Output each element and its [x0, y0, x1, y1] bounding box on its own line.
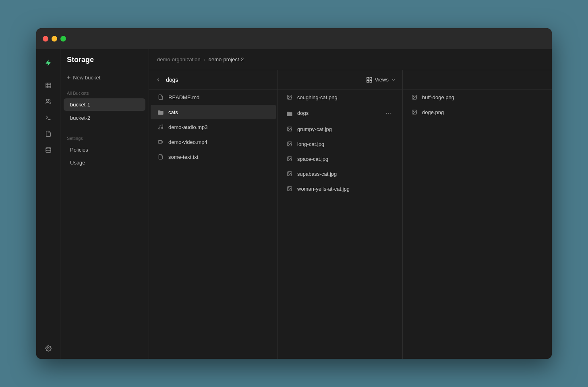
- policies-item[interactable]: Policies: [64, 144, 145, 156]
- file-item-woman-yells-cat[interactable]: woman-yells-at-cat.jpg: [280, 181, 401, 196]
- file-item-cats[interactable]: cats: [151, 105, 276, 119]
- sidebar-terminal-icon[interactable]: [41, 110, 56, 125]
- image-icon-supabass-cat: [286, 170, 293, 177]
- file-item-space-cat[interactable]: space-cat.jpg: [280, 152, 401, 166]
- left-panel: Storage + New bucket All Buckets bucket-…: [60, 49, 149, 359]
- left-panel-title: Storage: [67, 56, 94, 64]
- svg-point-29: [413, 96, 414, 97]
- svg-rect-0: [46, 83, 51, 88]
- audio-icon: [157, 123, 164, 131]
- pane-title: dogs: [166, 77, 178, 83]
- all-buckets-label: All Buckets: [60, 87, 149, 98]
- settings-label: Settings: [60, 133, 149, 143]
- file-item-readme[interactable]: README.md: [151, 90, 276, 104]
- maximize-button[interactable]: [60, 36, 66, 42]
- breadcrumb-org[interactable]: demo-organization: [157, 56, 201, 62]
- views-button[interactable]: Views: [366, 77, 396, 83]
- close-button[interactable]: [43, 36, 48, 42]
- sidebar-database-icon[interactable]: [41, 143, 56, 157]
- svg-point-21: [288, 143, 289, 144]
- breadcrumb: demo-organization › demo-project-2: [149, 49, 552, 70]
- file-name-video: demo-video.mp4: [168, 139, 269, 145]
- svg-point-27: [288, 187, 289, 188]
- titlebar: [36, 28, 552, 49]
- bucket-item-2[interactable]: bucket-2: [64, 112, 145, 124]
- file-name-readme: README.md: [168, 94, 269, 100]
- image-icon-doge: [411, 108, 418, 116]
- logo-bolt[interactable]: [41, 56, 56, 70]
- svg-point-7: [48, 347, 49, 349]
- svg-rect-12: [367, 77, 369, 79]
- file-name-space-cat: space-cat.jpg: [297, 156, 394, 162]
- image-icon-woman-yells-cat: [286, 185, 293, 192]
- file-item-text[interactable]: some-text.txt: [151, 150, 276, 164]
- file-name-audio: demo-audio.mp3: [168, 124, 269, 130]
- sidebar-document-icon[interactable]: [41, 127, 56, 141]
- image-icon-coughing-cat: [286, 94, 293, 101]
- svg-point-19: [288, 128, 289, 129]
- file-item-long-cat[interactable]: long-cat.jpg: [280, 137, 401, 151]
- svg-rect-13: [370, 77, 372, 79]
- file-item-coughing-cat[interactable]: coughing-cat.png: [280, 90, 401, 104]
- file-item-doge[interactable]: doge.png: [404, 105, 550, 119]
- file-name-text: some-text.txt: [168, 154, 269, 160]
- video-icon: [157, 138, 164, 146]
- folder-icon-dogs: [286, 110, 293, 117]
- file-name-dogs-folder: dogs: [297, 110, 308, 116]
- text-icon: [157, 153, 164, 160]
- image-icon-buff-doge: [411, 94, 418, 101]
- file-item-video[interactable]: demo-video.mp4: [151, 135, 276, 149]
- svg-point-23: [288, 158, 289, 158]
- svg-rect-14: [367, 80, 369, 82]
- svg-point-8: [159, 128, 160, 129]
- plus-icon: +: [67, 74, 70, 81]
- file-name-buff-doge: buff-doge.png: [422, 94, 544, 100]
- svg-point-9: [161, 127, 163, 129]
- file-item-audio[interactable]: demo-audio.mp3: [151, 120, 276, 134]
- new-bucket-button[interactable]: + New bucket: [60, 71, 149, 84]
- file-item-buff-doge[interactable]: buff-doge.png: [404, 90, 550, 104]
- context-menu-button[interactable]: ⋯: [383, 108, 394, 118]
- settings-section: Settings Policies Usage: [60, 133, 149, 169]
- main-content: demo-organization › demo-project-2 dogs: [149, 49, 552, 359]
- new-bucket-label: New bucket: [73, 75, 100, 81]
- breadcrumb-project[interactable]: demo-project-2: [209, 56, 244, 62]
- file-name-woman-yells-cat: woman-yells-at-cat.jpg: [297, 186, 394, 192]
- file-pane-2: Views: [278, 70, 403, 359]
- file-list-2: coughing-cat.png dogs: [278, 89, 402, 359]
- sidebar-settings-icon[interactable]: [41, 341, 56, 356]
- back-button[interactable]: [155, 77, 161, 83]
- svg-point-17: [288, 96, 289, 97]
- minimize-button[interactable]: [52, 36, 57, 42]
- bucket-item-1[interactable]: bucket-1: [64, 98, 145, 111]
- file-name-cats: cats: [168, 109, 269, 115]
- app-window: Storage + New bucket All Buckets bucket-…: [36, 28, 552, 359]
- file-pane-3: buff-doge.png doge.png: [403, 70, 552, 359]
- sidebar-users-icon[interactable]: [41, 94, 56, 109]
- sidebar-table-icon[interactable]: [41, 78, 56, 93]
- file-name-coughing-cat: coughing-cat.png: [297, 94, 394, 100]
- file-pane-header: dogs: [149, 70, 277, 89]
- file-name-grumpy-cat: grumpy-cat.jpg: [297, 126, 394, 132]
- svg-rect-10: [158, 141, 162, 144]
- file-list-1: README.md cats: [149, 89, 277, 359]
- file-icon-readme: [157, 94, 164, 101]
- svg-rect-15: [370, 80, 372, 82]
- views-label: Views: [375, 77, 389, 83]
- file-list-3: buff-doge.png doge.png: [403, 89, 552, 359]
- file-name-long-cat: long-cat.jpg: [297, 141, 394, 147]
- image-icon-long-cat: [286, 140, 293, 148]
- file-item-dogs-folder[interactable]: dogs ⋯: [280, 105, 401, 121]
- file-item-grumpy-cat[interactable]: grumpy-cat.jpg: [280, 122, 401, 136]
- svg-point-31: [413, 111, 414, 112]
- svg-marker-11: [162, 141, 163, 143]
- file-name-supabass-cat: supabass-cat.jpg: [297, 171, 394, 177]
- third-pane-header: [403, 70, 552, 89]
- file-item-supabass-cat[interactable]: supabass-cat.jpg: [280, 166, 401, 181]
- breadcrumb-separator: ›: [204, 57, 205, 62]
- file-explorer: dogs README.md: [149, 70, 552, 359]
- svg-point-6: [46, 147, 51, 149]
- app-body: Storage + New bucket All Buckets bucket-…: [36, 49, 552, 359]
- usage-item[interactable]: Usage: [64, 156, 145, 169]
- image-icon-grumpy-cat: [286, 125, 293, 133]
